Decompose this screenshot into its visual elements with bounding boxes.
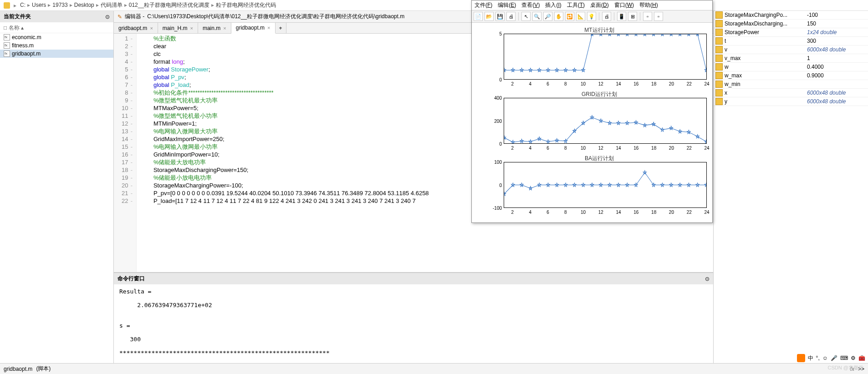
toolbar-button[interactable]: ↖	[521, 12, 531, 21]
breadcrumb-item[interactable]: 代码清单	[101, 2, 123, 8]
toolbar-button[interactable]: 💡	[587, 12, 596, 21]
toolbar-button[interactable]: 🖨	[506, 12, 516, 21]
toolbar-button[interactable]: ▫	[643, 12, 652, 21]
cmd-header: 命令行窗口⊙	[114, 273, 713, 284]
breadcrumb-item[interactable]: C:	[20, 2, 26, 8]
system-tray: 中 °, ☺ 🎤 ⌨ ⚙ 🧰	[797, 354, 865, 362]
workspace-row[interactable]: x6000x48 double	[714, 89, 868, 97]
toolbar-button[interactable]: ▫	[654, 12, 663, 21]
breadcrumb[interactable]: ▸ C:▸Users▸19733▸Desktop▸代码清单▸012__粒子群微电…	[0, 0, 868, 11]
cmd-output[interactable]: Resulta = 2.067639479363771e+02 s = 300 …	[114, 284, 713, 363]
close-icon[interactable]: ×	[190, 25, 193, 31]
menu-i[interactable]: 插入(I)	[545, 1, 561, 9]
workspace-row[interactable]: t300	[714, 37, 868, 45]
new-tab-button[interactable]: +	[276, 23, 286, 33]
sogou-icon[interactable]	[797, 354, 805, 362]
variable-icon	[715, 72, 723, 79]
svg-marker-25	[511, 140, 515, 143]
toolbar-button[interactable]: 🖨	[602, 12, 611, 21]
menu-w[interactable]: 窗口(W)	[614, 1, 634, 9]
breadcrumb-item[interactable]: 012__粒子群微电网经济优化调度	[129, 2, 209, 8]
toolbar-button[interactable]: 🔁	[565, 12, 574, 21]
mfile-icon	[4, 51, 10, 57]
mfile-icon	[4, 42, 10, 49]
gear-icon[interactable]: ⊙	[705, 276, 710, 282]
workspace-row[interactable]: StorageMaxChargingPo...-100	[714, 11, 868, 20]
toolbar-button[interactable]: 💾	[495, 12, 505, 21]
variable-icon	[715, 37, 723, 45]
figure-window[interactable]: 文件(F)编辑(E)查看(V)插入(I)工具(T)桌面(D)窗口(W)帮助(H)…	[471, 0, 713, 223]
workspace-row[interactable]: w0.4000	[714, 63, 868, 71]
editor-tab[interactable]: gridbaopt.m×	[114, 23, 158, 33]
chart-title: GRID运行计划	[490, 91, 709, 98]
variable-icon	[715, 81, 723, 88]
chevron-right-icon: ▸	[211, 2, 214, 8]
menu-t[interactable]: 工具(T)	[567, 1, 585, 9]
subplot: BA运行计划-100010024681012141618202224	[490, 155, 709, 217]
editor-tab[interactable]: main.m×	[198, 23, 231, 33]
close-icon[interactable]: ×	[223, 25, 226, 31]
figure-menubar[interactable]: 文件(F)编辑(E)查看(V)插入(I)工具(T)桌面(D)窗口(W)帮助(H)	[472, 0, 712, 10]
breadcrumb-item[interactable]: Users	[32, 2, 46, 8]
mic-icon[interactable]: 🎤	[831, 355, 837, 361]
menu-d[interactable]: 桌面(D)	[590, 1, 609, 9]
editor-tab[interactable]: gridbaopt.m×	[231, 23, 276, 34]
toolbar-button[interactable]: 🔎	[543, 12, 552, 21]
subplot: MT运行计划0524681012141618202224	[490, 26, 709, 89]
toolbar-button[interactable]: ⊞	[628, 12, 637, 21]
emoji-icon[interactable]: ☺	[822, 355, 828, 361]
line-gutter: 1 -2 -3 -4 -5 -6 -7 -8 -9 -10 -11 -12 -1…	[114, 34, 137, 272]
menu-f[interactable]: 文件(F)	[475, 1, 492, 9]
variable-icon	[715, 89, 723, 96]
file-item[interactable]: gridbaopt.m	[0, 50, 113, 58]
gear-icon[interactable]: ⊙	[105, 14, 110, 20]
variable-icon	[715, 20, 723, 27]
toolbar-button[interactable]: 🔍	[532, 12, 541, 21]
toolbar-button[interactable]: 📱	[617, 12, 626, 21]
keyboard-icon[interactable]: ⌨	[840, 355, 848, 361]
pencil-icon: ✎	[117, 14, 122, 20]
menu-v[interactable]: 查看(V)	[521, 1, 540, 9]
chevron-right-icon: ▸	[96, 2, 99, 8]
workspace-row[interactable]: w_min	[714, 80, 868, 89]
breadcrumb-item[interactable]: 19733	[52, 2, 67, 8]
chevron-right-icon: ▸	[27, 2, 30, 8]
toolbar-button[interactable]: ✋	[554, 12, 563, 21]
workspace-row[interactable]: StorageMaxDischarging...150	[714, 20, 868, 28]
close-icon[interactable]: ×	[267, 25, 270, 30]
variable-icon	[715, 46, 723, 53]
watermark: CSDN @素馨堂	[828, 364, 863, 371]
svg-marker-24	[504, 136, 506, 139]
toolbar-button[interactable]: 📐	[576, 12, 585, 21]
column-header[interactable]: □ 名称 ▴	[0, 23, 113, 33]
figure-toolbar[interactable]: 📄📂💾🖨↖🔍🔎✋🔁📐💡🖨📱⊞▫▫	[472, 10, 712, 23]
toolbar-button[interactable]: 📂	[485, 12, 494, 21]
file-item[interactable]: economic.m	[0, 33, 113, 41]
workspace-row[interactable]: v_max1	[714, 54, 868, 63]
breadcrumb-item[interactable]: 粒子群电网经济优化代码	[216, 2, 276, 8]
folder-icon	[4, 2, 10, 9]
editor-tab[interactable]: main_H.m×	[158, 23, 198, 33]
editor-path: C:\Users\19733\Desktop\代码清单\012__粒子群微电网经…	[147, 13, 404, 20]
workspace-row[interactable]: StoragePower1x24 double	[714, 28, 868, 37]
settings-icon[interactable]: ⚙	[851, 355, 856, 361]
separator	[640, 12, 640, 20]
variable-icon	[715, 11, 723, 19]
file-item[interactable]: fitness.m	[0, 41, 113, 50]
chevron-right-icon: ▸	[70, 2, 72, 8]
breadcrumb-item[interactable]: Desktop	[74, 2, 94, 8]
close-icon[interactable]: ×	[150, 25, 153, 31]
panel-header: 当前文件夹 ⊙	[0, 11, 113, 22]
chart-title: BA运行计划	[490, 155, 709, 162]
menu-e[interactable]: 编辑(E)	[498, 1, 516, 9]
chevron-right-icon: ▸	[124, 2, 127, 8]
workspace-panel: StorageMaxChargingPo...-100StorageMaxDis…	[713, 11, 868, 363]
workspace-row[interactable]: v6000x48 double	[714, 45, 868, 54]
menu-h[interactable]: 帮助(H)	[639, 1, 658, 9]
punct-icon[interactable]: °,	[816, 355, 820, 361]
toolbox-icon[interactable]: 🧰	[858, 355, 865, 361]
toolbar-button[interactable]: 📄	[474, 12, 483, 21]
workspace-row[interactable]: w_max0.9000	[714, 71, 868, 80]
workspace-row[interactable]: y6000x48 double	[714, 97, 868, 106]
figure-plot-area: MT运行计划0524681012141618202224GRID运行计划0200…	[472, 23, 712, 222]
